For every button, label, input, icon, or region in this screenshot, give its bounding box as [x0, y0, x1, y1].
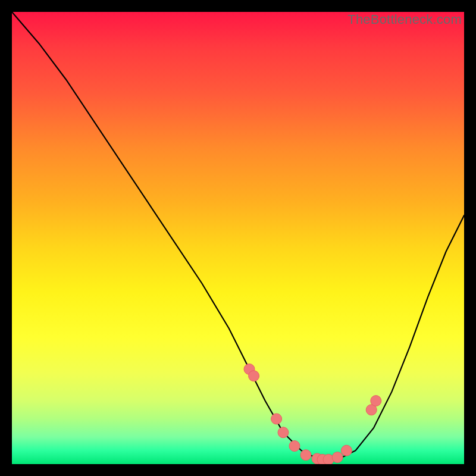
curve-marker: [300, 450, 311, 461]
curve-marker: [341, 445, 352, 456]
curve-marker: [289, 441, 300, 452]
curve-marker: [249, 371, 259, 381]
chart-svg: [12, 12, 464, 464]
curve-markers: [244, 364, 381, 464]
plot-area: TheBottleneck.com: [12, 12, 464, 464]
curve-marker: [332, 452, 343, 463]
curve-marker: [271, 414, 282, 424]
chart-frame: TheBottleneck.com: [0, 0, 476, 476]
curve-marker: [278, 427, 289, 438]
bottleneck-curve: [12, 12, 464, 459]
curve-marker: [371, 396, 381, 406]
